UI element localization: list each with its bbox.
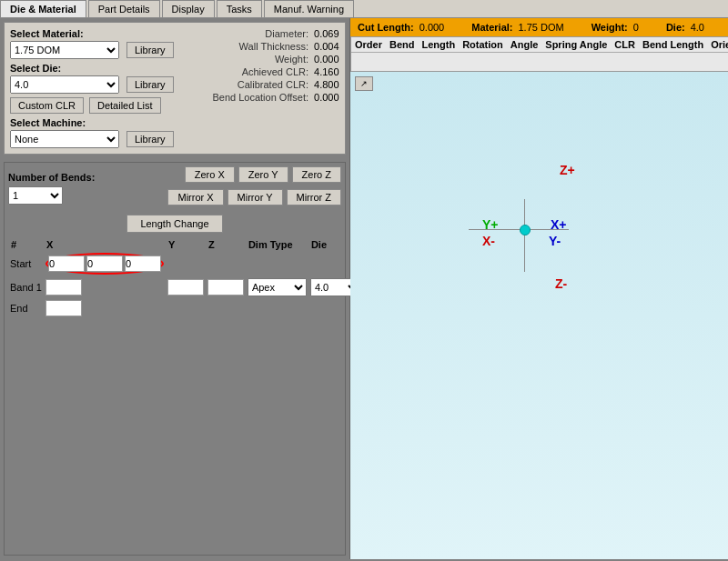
start-x-input[interactable] [48,255,85,272]
start-y-input[interactable] [86,255,123,272]
detailed-list-button[interactable]: Detailed List [89,97,161,114]
axis-x-minus-label: X- [482,234,495,248]
th-spring-angle: Spring Angle [541,37,611,53]
material-select[interactable]: 1.75 DOM [10,41,119,59]
axis-line-vertical [524,199,525,272]
th-clr: CLR [611,37,639,53]
diameter-label: Diameter: [212,28,308,39]
calibrated-clr-value: 4.800 [314,79,339,90]
zero-x-button[interactable]: Zero X [185,166,235,183]
info-weight-label: Weight: [592,22,628,33]
data-table-area: Order Bend Length Rotation Angle Spring … [350,36,728,72]
mirror-x-button[interactable]: Mirror X [167,189,223,205]
select-machine-label: Select Machine: [10,117,194,128]
machine-select[interactable]: None [10,130,119,148]
th-orientation: Orientation [707,37,728,53]
table-row-start: Start [8,251,362,276]
wall-thickness-label: Wall Thickness: [212,41,308,52]
cut-length-value: 0.000 [420,22,445,33]
tab-tasks[interactable]: Tasks [217,0,262,17]
num-bends-select[interactable]: 1 [8,186,63,205]
achieved-clr-value: 4.160 [314,66,339,77]
view-icon[interactable]: ↗ [355,76,373,91]
zero-z-button[interactable]: Zero Z [292,166,341,183]
th-length: Length [418,37,459,53]
data-table-empty-row [351,53,728,71]
zero-y-button[interactable]: Zero Y [238,166,288,183]
3d-view: ↗ Z+ Y+ X- X+ Y- Z- [350,72,728,560]
col-x: X [44,238,166,251]
axis-y-minus-label: Y- [549,234,561,248]
axis-z-plus-label: Z+ [560,163,575,177]
diameter-value: 0.069 [314,28,339,39]
band1-y-input[interactable] [167,279,204,296]
material-library-button[interactable]: Library [126,42,174,58]
machine-library-button[interactable]: Library [126,131,174,147]
axis-y-plus-label: Y+ [482,217,499,232]
axis-x-plus-label: X+ [551,217,567,232]
start-z-input[interactable] [125,255,161,272]
achieved-clr-label: Achieved CLR: [212,66,308,77]
th-bend: Bend [386,37,419,53]
info-material-label: Material: [471,22,512,33]
end-x-input[interactable] [46,300,82,316]
axis-z-minus-label: Z- [555,276,567,291]
select-material-label: Select Material: [10,28,194,39]
info-material-value: 1.75 DOM [518,22,563,33]
die-select[interactable]: 4.0 [10,75,119,94]
mirror-z-button[interactable]: Mirror Z [287,189,342,205]
bend-loc-offset-value: 0.000 [314,92,339,103]
col-z: Z [206,238,246,251]
band1-x-input[interactable] [46,279,82,296]
info-bar: Cut Length: 0.000 Material: 1.75 DOM Wei… [350,18,728,36]
info-die-label: Die: [666,22,685,33]
weight-label: Weight: [212,54,308,65]
col-y: Y [166,238,206,251]
row-band1-label: Band 1 [8,276,44,298]
table-row-end: End [8,298,362,318]
bend-loc-offset-label: Bend Location Offset: [212,92,308,103]
custom-clr-button[interactable]: Custom CLR [10,97,84,114]
info-die-value: 4.0 [691,22,704,33]
table-row-band1: Band 1 Apex Tangent Center [8,276,362,298]
th-rotation: Rotation [459,37,507,53]
length-change-button[interactable]: Length Change [126,215,222,233]
col-hash: # [8,238,44,251]
band1-z-input[interactable] [207,279,244,296]
col-dim-type: Dim Type [246,238,308,251]
th-order: Order [351,37,386,53]
tab-die-material[interactable]: Die & Material [0,0,86,17]
cut-length-label: Cut Length: [358,22,414,33]
die-library-button[interactable]: Library [126,76,174,93]
calibrated-clr-label: Calibrated CLR: [212,79,308,90]
axis-center-dot [520,225,531,235]
th-angle: Angle [507,37,542,53]
mirror-y-button[interactable]: Mirror Y [228,189,283,205]
select-die-label: Select Die: [10,63,194,74]
row-end-label: End [8,298,44,318]
tab-manuf-warning[interactable]: Manuf. Warning [264,0,354,17]
weight-value: 0.000 [314,54,339,65]
tab-display[interactable]: Display [162,0,215,17]
wall-thickness-value: 0.004 [314,41,339,52]
th-bend-length: Bend Length [639,37,707,53]
dim-type-select[interactable]: Apex Tangent Center [248,278,307,296]
info-weight-value: 0 [633,22,639,33]
tab-part-details[interactable]: Part Details [88,0,160,17]
row-start-label: Start [8,251,44,276]
num-bends-label: Number of Bends: [8,172,95,183]
